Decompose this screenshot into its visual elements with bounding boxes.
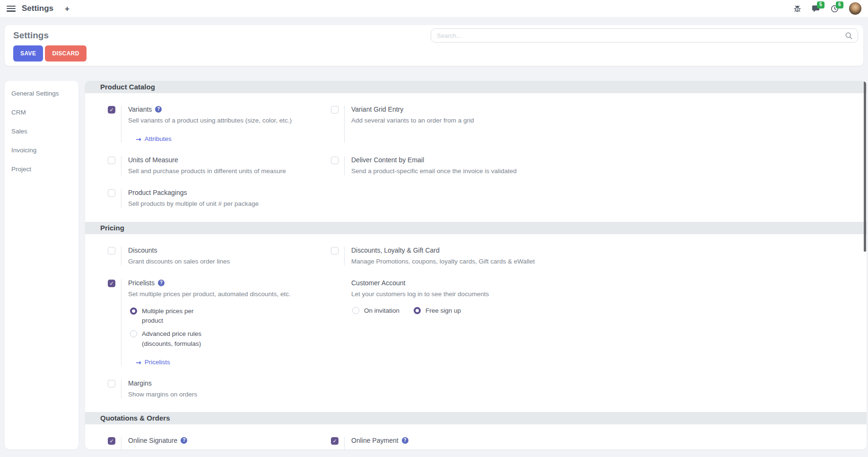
- messages-count-badge: 5: [817, 1, 825, 9]
- margins-checkbox[interactable]: ✓: [108, 380, 115, 387]
- search-icon[interactable]: [845, 32, 853, 40]
- pricelists-checkbox[interactable]: ✓: [108, 280, 115, 287]
- setting-online-payment: ✓ Online Payment ? Request an online pay…: [331, 437, 855, 449]
- user-avatar[interactable]: [849, 2, 861, 15]
- hamburger-menu-icon[interactable]: [7, 6, 16, 12]
- app-title[interactable]: Settings: [22, 4, 53, 13]
- setting-label: Online Payment: [351, 437, 399, 444]
- radio-multiple-prices-per-product[interactable]: Multiple prices per product: [130, 307, 291, 326]
- customer-account-radio-group: On invitation Free sign up: [352, 306, 489, 316]
- setting-label: Variants: [128, 105, 152, 113]
- help-icon[interactable]: ?: [181, 437, 187, 444]
- radio-button[interactable]: [414, 307, 421, 314]
- setting-label: Margins: [128, 379, 152, 387]
- setting-description: Request an online signature to confirm o…: [128, 447, 257, 449]
- setting-deliver-content-by-email: ✓ Deliver Content by Email Send a produc…: [331, 156, 855, 176]
- setting-margins: ✓ Margins Show margins on orders: [108, 379, 331, 399]
- online-payment-checkbox[interactable]: ✓: [331, 437, 339, 445]
- setting-label: Product Packagings: [128, 189, 187, 196]
- setting-description: Add several variants to an order from a …: [351, 116, 474, 125]
- radio-free-sign-up[interactable]: Free sign up: [414, 306, 461, 316]
- section-header-quotations-orders: Quotations & Orders: [85, 412, 867, 424]
- setting-label: Online Signature: [128, 437, 177, 444]
- discounts-checkbox[interactable]: ✓: [108, 247, 115, 255]
- setting-description: Send a product-specific email once the i…: [351, 167, 517, 176]
- setting-loyalty-gift-card: ✓ Discounts, Loyalty & Gift Card Manage …: [331, 246, 855, 266]
- radio-button[interactable]: [352, 307, 359, 314]
- setting-description: Let your customers log in to see their d…: [351, 290, 489, 299]
- sidebar-item-project[interactable]: Project: [5, 159, 78, 178]
- setting-description: Sell products by multiple of unit # per …: [128, 199, 259, 209]
- setting-label: Deliver Content by Email: [351, 156, 424, 164]
- section-header-pricing: Pricing: [85, 222, 867, 234]
- setting-product-packagings: ✓ Product Packagings Sell products by mu…: [108, 189, 331, 209]
- radio-button[interactable]: [130, 330, 137, 337]
- setting-label: Units of Measure: [128, 156, 178, 164]
- setting-variant-grid-entry: ✓ Variant Grid Entry Add several variant…: [331, 105, 855, 143]
- help-icon[interactable]: ?: [402, 437, 408, 444]
- units-of-measure-checkbox[interactable]: ✓: [108, 157, 115, 164]
- arrow-right-icon: →: [136, 135, 141, 143]
- check-icon: ✓: [109, 107, 113, 113]
- save-button[interactable]: SAVE: [13, 45, 43, 62]
- setting-online-signature: ✓ Online Signature ? Request an online s…: [108, 437, 331, 449]
- radio-on-invitation[interactable]: On invitation: [352, 306, 399, 316]
- messages-icon[interactable]: 5: [812, 5, 820, 13]
- setting-description: Grant discounts on sales order lines: [128, 257, 230, 266]
- page-title: Settings: [13, 30, 49, 41]
- setting-units-of-measure: ✓ Units of Measure Sell and purchase pro…: [108, 156, 331, 176]
- debug-bug-icon[interactable]: [793, 5, 801, 13]
- activities-count-badge: 6: [836, 1, 843, 9]
- help-icon[interactable]: ?: [155, 106, 162, 113]
- settings-main-panel: Product Catalog ✓ Variants ? Sell varian…: [85, 81, 867, 449]
- setting-description: Set multiple prices per product, automat…: [128, 290, 291, 299]
- setting-label: Pricelists: [128, 279, 155, 287]
- variant-grid-entry-checkbox[interactable]: ✓: [331, 106, 339, 114]
- sidebar-item-crm[interactable]: CRM: [5, 103, 78, 122]
- arrow-right-icon: →: [136, 359, 141, 366]
- setting-label: Customer Account: [351, 279, 405, 287]
- setting-description: Sell and purchase products in different …: [128, 167, 286, 176]
- setting-label: Discounts, Loyalty & Gift Card: [351, 246, 440, 254]
- new-tab-plus-icon[interactable]: +: [65, 5, 69, 13]
- pricelists-link[interactable]: → Pricelists: [136, 359, 291, 366]
- product-packagings-checkbox[interactable]: ✓: [108, 189, 115, 197]
- setting-pricelists: ✓ Pricelists ? Set multiple prices per p…: [108, 279, 331, 366]
- deliver-content-by-email-checkbox[interactable]: ✓: [331, 157, 339, 164]
- settings-header-card: Settings SAVE DISCARD: [5, 25, 863, 66]
- attributes-link[interactable]: → Attributes: [136, 135, 292, 143]
- vertical-scrollbar-thumb[interactable]: [864, 81, 866, 252]
- discard-button[interactable]: DISCARD: [45, 45, 86, 62]
- radio-advanced-price-rules[interactable]: Advanced price rules (discounts, formula…: [130, 329, 291, 349]
- search-input[interactable]: [437, 32, 845, 39]
- setting-description: Manage Promotions, coupons, loyalty card…: [351, 257, 535, 266]
- setting-label: Variant Grid Entry: [351, 105, 403, 113]
- setting-description: Request an online payment to confirm ord…: [351, 447, 478, 449]
- variants-checkbox[interactable]: ✓: [108, 106, 115, 114]
- sidebar-item-sales[interactable]: Sales: [5, 122, 78, 141]
- sidebar-item-general-settings[interactable]: General Settings: [5, 84, 78, 103]
- settings-sidebar: General Settings CRM Sales Invoicing Pro…: [5, 81, 78, 449]
- help-icon[interactable]: ?: [158, 280, 165, 286]
- setting-description: Show margins on orders: [128, 390, 197, 399]
- setting-customer-account: Customer Account Let your customers log …: [331, 279, 855, 366]
- top-navbar: Settings + 5 6: [0, 0, 868, 17]
- search-box[interactable]: [431, 28, 858, 43]
- setting-variants: ✓ Variants ? Sell variants of a product …: [108, 105, 331, 143]
- loyalty-gift-card-checkbox[interactable]: ✓: [331, 247, 339, 255]
- sidebar-item-invoicing[interactable]: Invoicing: [5, 141, 78, 159]
- setting-label: Discounts: [128, 246, 157, 254]
- pricelists-radio-group: Multiple prices per product Advanced pri…: [130, 307, 291, 349]
- setting-description: Sell variants of a product using attribu…: [128, 116, 292, 125]
- setting-discounts: ✓ Discounts Grant discounts on sales ord…: [108, 246, 331, 266]
- online-signature-checkbox[interactable]: ✓: [108, 437, 115, 445]
- section-header-product-catalog: Product Catalog: [85, 81, 867, 93]
- radio-button[interactable]: [130, 308, 137, 315]
- activities-clock-icon[interactable]: 6: [831, 5, 839, 13]
